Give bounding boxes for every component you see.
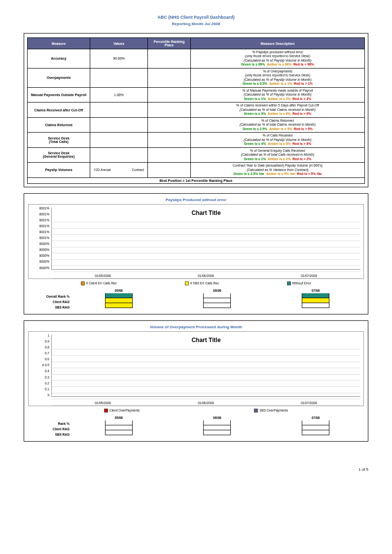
measures-panel: Measure Values Percentile Ranking Place …	[24, 33, 368, 187]
table-row: Overpayments% of Overpayments(only those…	[28, 68, 365, 87]
page-footer: 1 of 5	[0, 452, 392, 472]
col-measure: Measure	[28, 38, 90, 49]
measures-table: Measure Values Percentile Ranking Place …	[27, 37, 365, 178]
chart1-title: Payslips Produced without error	[27, 198, 365, 202]
table-row: Service Desk (Total Calls)% of Calls Rec…	[28, 133, 365, 147]
chart1-panel: Payslips Produced without error 8001%800…	[24, 193, 368, 314]
best-position-note: Best Position = 1st Percentile Ranking P…	[27, 178, 365, 184]
col-values: Values	[90, 38, 148, 49]
table-row: Claims Received after Cut-Off% of Claims…	[28, 103, 365, 117]
chart1-legend: # Client Err Calls Rec# SBS Err Calls Re…	[27, 280, 365, 287]
chart2-legend: Client OverPaymentsSBS OverPayments	[27, 407, 365, 414]
col-description: Measure Description	[191, 38, 365, 49]
col-percentile: Percentile Ranking Place	[148, 38, 191, 49]
table-row: Accuracy99.00%% Payslips produced withou…	[28, 49, 365, 69]
chart2-panel: Volume of Overpayment Processed during M…	[24, 320, 368, 442]
table-row: Claims Returned% of Claims Returned(Calc…	[28, 117, 365, 132]
chart1-inner-title: Chart Title	[52, 208, 360, 216]
page-subtitle: Reporting Month Jul 2008	[24, 22, 368, 26]
chart2-plot: 10.90.80.70.6# 0.50.40.30.20.10 Chart Ti…	[28, 331, 364, 406]
page-title: ABC (NHS Client Payroll Dashboard)	[24, 15, 368, 20]
table-row: Service Desk (General Enquiries)% of Gen…	[28, 147, 365, 162]
chart2-inner-title: Chart Title	[52, 335, 360, 344]
chart1-rag: Overall Rank %Client RAGSBS RAG 05/0806/…	[27, 287, 365, 311]
table-row: Manual Payments Outside Payroll1.00%% of…	[28, 87, 365, 102]
chart2-title: Volume of Overpayment Processed during M…	[27, 325, 365, 329]
chart1-plot: 8001%8001%8001%8001%8001%8001%8000%8000%…	[28, 204, 364, 279]
chart2-rag: Rank %Client RAGSBS RAG 05/0806/0807/08	[27, 414, 365, 438]
table-row: Payslip VolumesY2D AnnualContractContrac…	[28, 163, 365, 177]
